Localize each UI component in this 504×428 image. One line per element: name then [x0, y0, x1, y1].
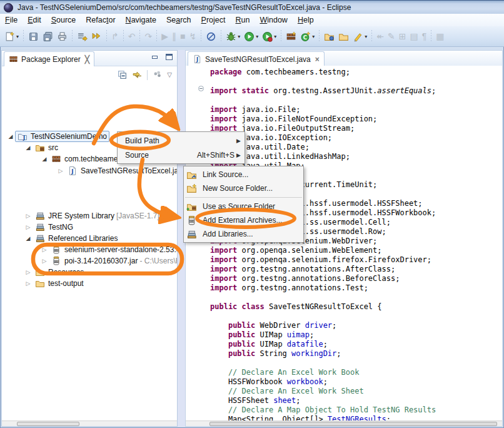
tree-item-resources[interactable]: ▷Resources [2, 267, 177, 278]
menu-edit[interactable]: Edit [23, 14, 46, 26]
toolbar-separator [371, 30, 372, 43]
menu-help[interactable]: Help [293, 14, 319, 26]
dropdown-arrow-icon[interactable]: ▾ [365, 34, 367, 39]
forward-icon: ↱ [111, 31, 119, 41]
dropdown-arrow-icon[interactable]: ▾ [238, 34, 240, 39]
collapse-arrow-icon[interactable]: ◢ [24, 235, 32, 242]
pe-hscroll-thumb[interactable] [17, 422, 79, 426]
new-java-project-button[interactable] [285, 29, 298, 44]
menu-project[interactable]: Project [196, 14, 231, 26]
pe-hscrollbar[interactable] [2, 420, 177, 426]
editor-tab-row: SaveTestNGResultToExcel.java × [186, 51, 502, 66]
save-button[interactable] [27, 29, 40, 44]
disconnect-button[interactable]: ↯ [188, 29, 198, 44]
tree-item-label: poi-3.14-20160307.jar [64, 257, 138, 265]
title-bar[interactable]: Java - TestNGSeleniumDemo/src/com/techbe… [0, 0, 504, 14]
run-button[interactable]: ▾ [243, 29, 260, 44]
dropdown-arrow-icon[interactable]: ▾ [274, 34, 276, 39]
menu-item-add-libraries[interactable]: Add Libraries... [184, 227, 303, 241]
menu-window[interactable]: Window [255, 14, 292, 26]
eclipse-window: Java - TestNGSeleniumDemo/src/com/techbe… [0, 0, 504, 428]
expand-arrow-icon[interactable]: ▷ [41, 258, 48, 264]
close-icon[interactable]: × [315, 55, 320, 64]
srcfolder-icon [35, 143, 45, 153]
menu-file[interactable]: File [0, 14, 23, 26]
tree-item-poi-3-14-20160307-jar[interactable]: ▷poi-3.14-20160307.jar- C:\Users\HS [2, 255, 177, 267]
show-source-button[interactable]: ▤ [408, 29, 419, 44]
menu-refactor[interactable]: Refactor [81, 14, 120, 26]
previous-edit-button[interactable]: ↞ [375, 29, 385, 44]
code-line: public WebDriver driver; [210, 321, 336, 330]
new-java-class-button[interactable]: ▾ [299, 29, 316, 44]
menu-source[interactable]: Source [46, 14, 81, 26]
expand-arrow-icon[interactable]: ▷ [57, 168, 64, 174]
code-line: package com.techbeamers.testng; [210, 68, 350, 77]
expand-arrow-icon[interactable]: ▷ [24, 213, 32, 219]
menu-item-link-source[interactable]: Link Source... [184, 168, 303, 181]
suspend-button[interactable]: ∥ [171, 29, 178, 44]
tree-item-testng[interactable]: ▷TestNG [2, 222, 177, 233]
collapse-arrow-icon[interactable]: ◢ [7, 133, 14, 140]
code-editor[interactable]: package com.techbeamers.testng;import st… [186, 66, 502, 421]
menu-item-new-source-folder[interactable]: New Source Folder... [184, 181, 303, 195]
mark-occurrences-icon [353, 31, 363, 42]
fold-collapse-icon[interactable] [198, 86, 204, 91]
dropdown-arrow-icon[interactable]: ▾ [312, 34, 315, 39]
dropdown-arrow-icon[interactable]: ▾ [256, 34, 258, 39]
menu-item-add-external-archives[interactable]: Add External Archives... [184, 213, 303, 227]
editor-hscroll-thumb[interactable] [209, 422, 497, 426]
menu-bar: FileEditSourceRefactorNavigateSearchProj… [0, 14, 504, 27]
tree-item-decoration: - C:\Users\HS [139, 257, 177, 265]
toolbar-separator [319, 30, 320, 43]
save-all-button[interactable] [41, 29, 54, 44]
expand-arrow-icon[interactable]: ▷ [24, 280, 32, 287]
run-last-tool-button[interactable]: ▾ [261, 29, 278, 44]
mark-occurrences-button[interactable]: ▾ [351, 29, 368, 44]
terminate-button[interactable]: ■ [179, 29, 186, 44]
collapse-arrow-icon[interactable]: ◢ [41, 156, 48, 162]
folder-icon [35, 278, 45, 288]
code-line: // Declare An Excel Work Book [210, 368, 359, 377]
menu-run[interactable]: Run [230, 14, 255, 26]
open-resource-button[interactable] [337, 29, 350, 44]
show-whitespace-button[interactable]: ¶ [421, 29, 428, 44]
tree-item-jre-system-library[interactable]: ▷JRE System Library[JavaSE-1.7] [2, 210, 177, 222]
folder-icon [35, 267, 45, 277]
debug-button[interactable]: ▾ [224, 29, 241, 44]
run-last-tool-icon [262, 31, 273, 42]
testng-convert-icon [91, 31, 102, 42]
new-wizard-button[interactable]: ▾ [3, 29, 20, 44]
tree-item-savetestngresulttoexcel-java[interactable]: ▷SaveTestNGResultToExcel.java [2, 165, 177, 176]
menu-search[interactable]: Search [161, 14, 196, 26]
testng-suite-button[interactable] [76, 29, 89, 44]
print-button[interactable] [56, 29, 69, 44]
open-type-button[interactable] [323, 29, 336, 44]
menu-item-source[interactable]: SourceAlt+Shift+S▶ [118, 148, 244, 162]
editor-hscrollbar[interactable] [186, 420, 502, 426]
skip-all-breakpoints-button[interactable] [204, 29, 218, 44]
code-line: import org.testng.annotations.BeforeClas… [210, 274, 400, 283]
save-all-icon [43, 31, 53, 42]
testng-convert-button[interactable] [90, 29, 103, 44]
tree-item-referenced-libraries[interactable]: ◢Referenced Libraries [2, 233, 177, 244]
menu-navigate[interactable]: Navigate [121, 14, 161, 26]
expand-arrow-icon[interactable]: ▷ [24, 269, 32, 275]
editor-tab[interactable]: SaveTestNGResultToExcel.java × [188, 51, 325, 66]
expand-arrow-icon[interactable]: ▷ [24, 224, 32, 230]
collapse-arrow-icon[interactable]: ◢ [24, 145, 32, 151]
tree-item-test-output[interactable]: ▷test-output [2, 278, 177, 289]
toolbar-separator [156, 30, 157, 43]
undo-button[interactable]: ↶ [127, 29, 137, 44]
annotate-button[interactable]: ✎ [386, 29, 396, 44]
open-task-button[interactable]: ▦ [435, 29, 445, 44]
main-toolbar: ▾↱↶↷▶∥■↯▾▾▾▾▾↞✎⊞▤¶▦ [0, 26, 504, 47]
dropdown-arrow-icon[interactable]: ▾ [16, 34, 19, 39]
menu-item-use-as-source-folder[interactable]: Use as Source Folder [184, 200, 303, 213]
show-view-button[interactable]: ⊞ [398, 29, 408, 44]
expand-arrow-icon[interactable]: ▷ [41, 247, 48, 253]
tree-item-selenium-server-standalone-2-53-0-j[interactable]: ▷selenium-server-standalone-2.53.0.j [2, 244, 177, 255]
resume-button[interactable]: ▶ [160, 29, 169, 44]
menu-item-build-path[interactable]: Build Path▶ [118, 133, 244, 148]
forward-button[interactable]: ↱ [110, 29, 120, 44]
redo-button[interactable]: ↷ [143, 29, 153, 44]
